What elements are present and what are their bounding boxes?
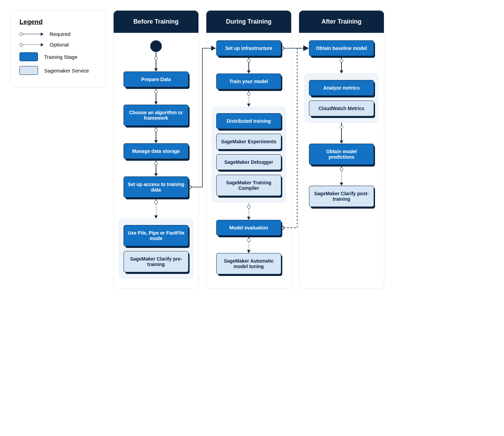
legend-row-optional: Optional [20, 42, 97, 48]
column-during-training: During Training Set up infrastructure Tr… [206, 10, 292, 289]
column-after-training: After Training Obtain baseline model Ana… [299, 10, 384, 289]
connector [154, 159, 158, 176]
node-clarify-pre: SageMaker Clarify pre-training [124, 251, 189, 272]
node-cloudwatch: CloudWatch Metrics [309, 101, 374, 116]
legend-required-label: Required [50, 31, 70, 37]
legend-service-swatch [20, 66, 38, 75]
legend-stage-swatch [20, 52, 38, 61]
node-experiments: SageMaker Experiments [216, 134, 281, 149]
connector-optional [247, 202, 250, 220]
connector [154, 52, 158, 71]
node-compiler: SageMaker Training Compiler [216, 175, 281, 196]
node-clarify-post: SageMaker Clarify post-training [309, 186, 374, 207]
node-train-model: Train your model [216, 74, 281, 89]
legend-stage-label: Training Stage [44, 54, 77, 60]
node-debugger: SageMaker Debugger [216, 154, 281, 170]
node-prepare-data: Prepare Data [124, 71, 189, 87]
legend-required-line [20, 32, 43, 37]
node-setup-infra: Set up infrastructure [216, 40, 281, 56]
node-auto-tuning: SageMaker Automatic model tuning [216, 253, 281, 274]
connector [154, 87, 158, 105]
connector [340, 123, 343, 144]
node-model-eval: Model evaluation [216, 220, 281, 236]
after-metrics-group: Analyze metrics CloudWatch Metrics [305, 74, 378, 123]
legend-optional-line [20, 42, 43, 47]
node-file-mode: Use File, Pipe or FastFile mode [124, 225, 189, 246]
connector-optional [247, 236, 250, 253]
ml-workflow-diagram: Legend Required Optional Training Stage … [10, 10, 494, 289]
connector-optional [247, 89, 250, 107]
legend: Legend Required Optional Training Stage … [10, 10, 106, 88]
connector-optional [154, 198, 158, 219]
legend-title: Legend [20, 18, 97, 26]
node-baseline: Obtain baseline model [309, 40, 374, 56]
node-distributed: Distributed training [216, 113, 281, 129]
node-choose-algo: Choose an algorithm or framework [124, 105, 189, 126]
legend-row-service: Sagemaker Service [20, 66, 97, 75]
column-header-during: During Training [206, 11, 291, 33]
column-header-before: Before Training [114, 11, 198, 33]
node-manage-storage: Manage data storage [124, 143, 189, 159]
legend-service-label: Sagemaker Service [44, 68, 89, 74]
legend-row-stage: Training Stage [20, 52, 97, 61]
before-optional-group: Use File, Pipe or FastFile mode SageMake… [119, 219, 193, 279]
column-header-after: After Training [299, 11, 384, 33]
legend-row-required: Required [20, 31, 97, 37]
connector [340, 56, 343, 74]
during-optional-group: Distributed training SageMaker Experimen… [212, 107, 286, 202]
node-setup-access: Set up access to training data [124, 176, 189, 198]
connector [154, 126, 158, 143]
connector-optional [340, 165, 343, 186]
node-analyze-metrics: Analyze metrics [309, 80, 374, 96]
start-node [150, 40, 162, 52]
legend-optional-label: Optional [50, 42, 69, 48]
node-predictions: Obtain model predictions [309, 144, 374, 165]
connector [247, 56, 250, 74]
column-before-training: Before Training Prepare Data Choose an a… [113, 10, 199, 289]
